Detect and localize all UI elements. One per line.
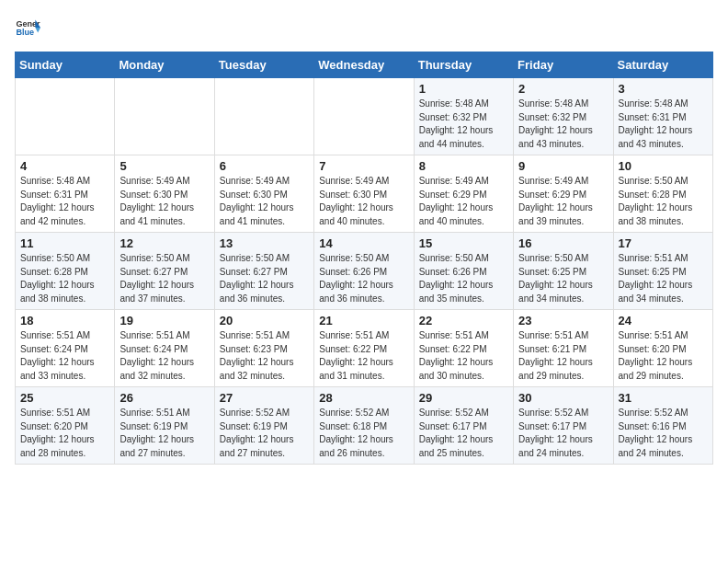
- day-info: Sunrise: 5:51 AM Sunset: 6:24 PM Dayligh…: [20, 329, 109, 383]
- calendar-cell: 22Sunrise: 5:51 AM Sunset: 6:22 PM Dayli…: [414, 310, 513, 387]
- day-number: 2: [518, 82, 608, 96]
- calendar-cell: 9Sunrise: 5:49 AM Sunset: 6:29 PM Daylig…: [514, 155, 613, 233]
- calendar-cell: [16, 78, 115, 155]
- logo-svg: General Blue: [15, 15, 40, 40]
- day-info: Sunrise: 5:50 AM Sunset: 6:28 PM Dayligh…: [619, 175, 708, 228]
- day-number: 12: [119, 236, 209, 250]
- day-info: Sunrise: 5:52 AM Sunset: 6:17 PM Dayligh…: [518, 407, 608, 460]
- weekday-header-sunday: Sunday: [16, 52, 115, 78]
- day-info: Sunrise: 5:51 AM Sunset: 6:23 PM Dayligh…: [220, 329, 309, 383]
- logo: General Blue: [15, 15, 44, 40]
- calendar-cell: 7Sunrise: 5:49 AM Sunset: 6:30 PM Daylig…: [314, 155, 414, 233]
- calendar-cell: 15Sunrise: 5:50 AM Sunset: 6:26 PM Dayli…: [414, 233, 513, 310]
- day-info: Sunrise: 5:51 AM Sunset: 6:22 PM Dayligh…: [419, 329, 508, 383]
- day-number: 23: [518, 314, 608, 327]
- calendar-cell: 10Sunrise: 5:50 AM Sunset: 6:28 PM Dayli…: [613, 155, 712, 233]
- day-number: 9: [518, 159, 608, 173]
- day-number: 24: [619, 314, 708, 327]
- calendar-cell: 4Sunrise: 5:48 AM Sunset: 6:31 PM Daylig…: [16, 155, 115, 233]
- day-number: 27: [220, 391, 309, 405]
- day-info: Sunrise: 5:50 AM Sunset: 6:25 PM Dayligh…: [518, 252, 608, 305]
- day-number: 6: [220, 159, 309, 173]
- day-number: 13: [220, 236, 309, 250]
- calendar-week-row: 1Sunrise: 5:48 AM Sunset: 6:32 PM Daylig…: [16, 78, 713, 155]
- header: General Blue: [15, 15, 713, 40]
- calendar-week-row: 4Sunrise: 5:48 AM Sunset: 6:31 PM Daylig…: [16, 155, 713, 233]
- calendar-cell: 8Sunrise: 5:49 AM Sunset: 6:29 PM Daylig…: [414, 155, 513, 233]
- day-number: 31: [619, 391, 708, 405]
- calendar-cell: 17Sunrise: 5:51 AM Sunset: 6:25 PM Dayli…: [613, 233, 712, 310]
- calendar-cell: 25Sunrise: 5:51 AM Sunset: 6:20 PM Dayli…: [16, 387, 115, 465]
- weekday-header-wednesday: Wednesday: [314, 52, 414, 78]
- day-info: Sunrise: 5:49 AM Sunset: 6:29 PM Dayligh…: [518, 175, 608, 228]
- calendar-cell: 21Sunrise: 5:51 AM Sunset: 6:22 PM Dayli…: [314, 310, 414, 387]
- day-info: Sunrise: 5:51 AM Sunset: 6:19 PM Dayligh…: [119, 407, 209, 460]
- calendar-cell: 20Sunrise: 5:51 AM Sunset: 6:23 PM Dayli…: [214, 310, 313, 387]
- day-number: 29: [419, 391, 508, 405]
- calendar-cell: 31Sunrise: 5:52 AM Sunset: 6:16 PM Dayli…: [613, 387, 712, 465]
- day-info: Sunrise: 5:50 AM Sunset: 6:26 PM Dayligh…: [419, 252, 508, 305]
- day-number: 17: [619, 236, 708, 250]
- day-number: 21: [319, 314, 408, 327]
- calendar-cell: [314, 78, 414, 155]
- day-info: Sunrise: 5:51 AM Sunset: 6:20 PM Dayligh…: [619, 329, 708, 383]
- day-info: Sunrise: 5:49 AM Sunset: 6:29 PM Dayligh…: [419, 175, 508, 228]
- calendar-week-row: 18Sunrise: 5:51 AM Sunset: 6:24 PM Dayli…: [16, 310, 713, 387]
- day-number: 5: [119, 159, 209, 173]
- calendar-cell: 16Sunrise: 5:50 AM Sunset: 6:25 PM Dayli…: [514, 233, 613, 310]
- day-info: Sunrise: 5:50 AM Sunset: 6:27 PM Dayligh…: [220, 252, 309, 305]
- day-number: 11: [20, 236, 109, 250]
- day-info: Sunrise: 5:49 AM Sunset: 6:30 PM Dayligh…: [319, 175, 408, 228]
- day-info: Sunrise: 5:51 AM Sunset: 6:25 PM Dayligh…: [619, 252, 708, 305]
- day-info: Sunrise: 5:51 AM Sunset: 6:21 PM Dayligh…: [518, 329, 608, 383]
- day-info: Sunrise: 5:50 AM Sunset: 6:27 PM Dayligh…: [119, 252, 209, 305]
- calendar-cell: 14Sunrise: 5:50 AM Sunset: 6:26 PM Dayli…: [314, 233, 414, 310]
- day-number: 19: [119, 314, 209, 327]
- day-info: Sunrise: 5:48 AM Sunset: 6:31 PM Dayligh…: [20, 175, 109, 228]
- calendar-cell: 6Sunrise: 5:49 AM Sunset: 6:30 PM Daylig…: [214, 155, 313, 233]
- day-info: Sunrise: 5:49 AM Sunset: 6:30 PM Dayligh…: [220, 175, 309, 228]
- day-number: 25: [20, 391, 109, 405]
- calendar-cell: 11Sunrise: 5:50 AM Sunset: 6:28 PM Dayli…: [16, 233, 115, 310]
- day-number: 28: [319, 391, 408, 405]
- calendar-cell: 30Sunrise: 5:52 AM Sunset: 6:17 PM Dayli…: [514, 387, 613, 465]
- weekday-header-monday: Monday: [115, 52, 214, 78]
- day-number: 8: [419, 159, 508, 173]
- calendar-cell: 23Sunrise: 5:51 AM Sunset: 6:21 PM Dayli…: [514, 310, 613, 387]
- day-info: Sunrise: 5:50 AM Sunset: 6:28 PM Dayligh…: [20, 252, 109, 305]
- calendar-cell: 24Sunrise: 5:51 AM Sunset: 6:20 PM Dayli…: [613, 310, 712, 387]
- calendar-cell: 2Sunrise: 5:48 AM Sunset: 6:32 PM Daylig…: [514, 78, 613, 155]
- calendar-cell: 26Sunrise: 5:51 AM Sunset: 6:19 PM Dayli…: [115, 387, 214, 465]
- weekday-header-saturday: Saturday: [613, 52, 712, 78]
- calendar-cell: [115, 78, 214, 155]
- weekday-header-row: SundayMondayTuesdayWednesdayThursdayFrid…: [16, 52, 713, 78]
- day-number: 16: [518, 236, 608, 250]
- day-info: Sunrise: 5:51 AM Sunset: 6:20 PM Dayligh…: [20, 407, 109, 460]
- calendar-cell: 18Sunrise: 5:51 AM Sunset: 6:24 PM Dayli…: [16, 310, 115, 387]
- day-info: Sunrise: 5:48 AM Sunset: 6:32 PM Dayligh…: [419, 98, 508, 151]
- svg-marker-3: [35, 28, 40, 33]
- day-info: Sunrise: 5:48 AM Sunset: 6:31 PM Dayligh…: [619, 98, 708, 151]
- day-info: Sunrise: 5:51 AM Sunset: 6:22 PM Dayligh…: [319, 329, 408, 383]
- day-info: Sunrise: 5:48 AM Sunset: 6:32 PM Dayligh…: [518, 98, 608, 151]
- day-info: Sunrise: 5:52 AM Sunset: 6:16 PM Dayligh…: [619, 407, 708, 460]
- day-info: Sunrise: 5:51 AM Sunset: 6:24 PM Dayligh…: [119, 329, 209, 383]
- calendar-cell: 1Sunrise: 5:48 AM Sunset: 6:32 PM Daylig…: [414, 78, 513, 155]
- day-info: Sunrise: 5:52 AM Sunset: 6:18 PM Dayligh…: [319, 407, 408, 460]
- day-number: 18: [20, 314, 109, 327]
- svg-text:Blue: Blue: [16, 28, 34, 37]
- day-number: 1: [419, 82, 508, 96]
- day-number: 10: [619, 159, 708, 173]
- day-number: 15: [419, 236, 508, 250]
- calendar-cell: 13Sunrise: 5:50 AM Sunset: 6:27 PM Dayli…: [214, 233, 313, 310]
- calendar-cell: 3Sunrise: 5:48 AM Sunset: 6:31 PM Daylig…: [613, 78, 712, 155]
- day-info: Sunrise: 5:49 AM Sunset: 6:30 PM Dayligh…: [119, 175, 209, 228]
- day-number: 4: [20, 159, 109, 173]
- day-number: 20: [220, 314, 309, 327]
- calendar-cell: 19Sunrise: 5:51 AM Sunset: 6:24 PM Dayli…: [115, 310, 214, 387]
- weekday-header-tuesday: Tuesday: [214, 52, 313, 78]
- calendar-cell: 12Sunrise: 5:50 AM Sunset: 6:27 PM Dayli…: [115, 233, 214, 310]
- calendar-cell: 28Sunrise: 5:52 AM Sunset: 6:18 PM Dayli…: [314, 387, 414, 465]
- calendar-cell: 5Sunrise: 5:49 AM Sunset: 6:30 PM Daylig…: [115, 155, 214, 233]
- day-info: Sunrise: 5:50 AM Sunset: 6:26 PM Dayligh…: [319, 252, 408, 305]
